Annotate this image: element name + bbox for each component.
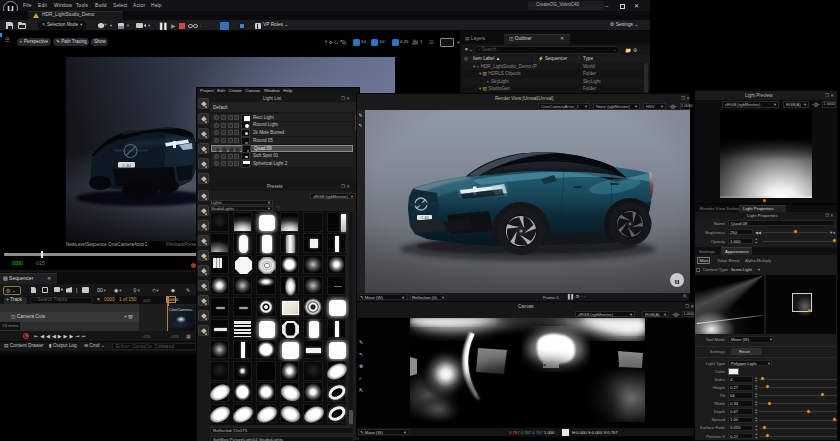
svg-text:u: u: [674, 276, 679, 286]
svg-text:C 40: C 40: [122, 163, 131, 168]
